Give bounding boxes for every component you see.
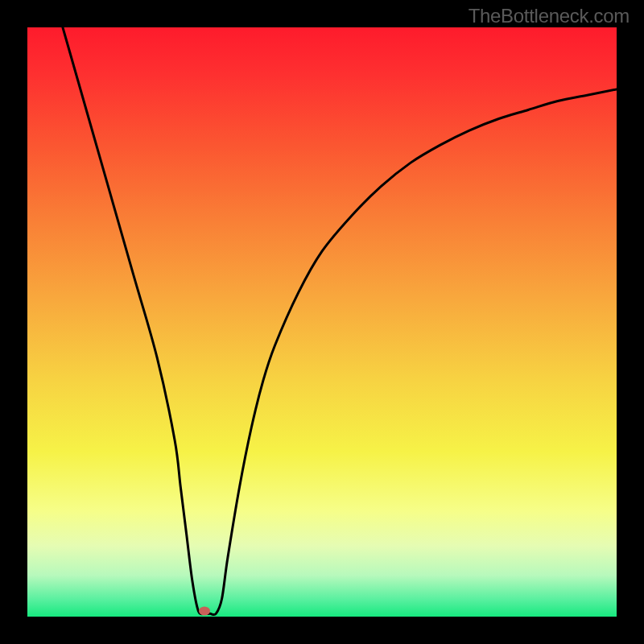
chart-plot-area: [27, 27, 617, 617]
optimal-point-marker: [199, 607, 210, 616]
watermark-text: TheBottleneck.com: [469, 5, 630, 27]
bottleneck-curve: [27, 27, 617, 617]
